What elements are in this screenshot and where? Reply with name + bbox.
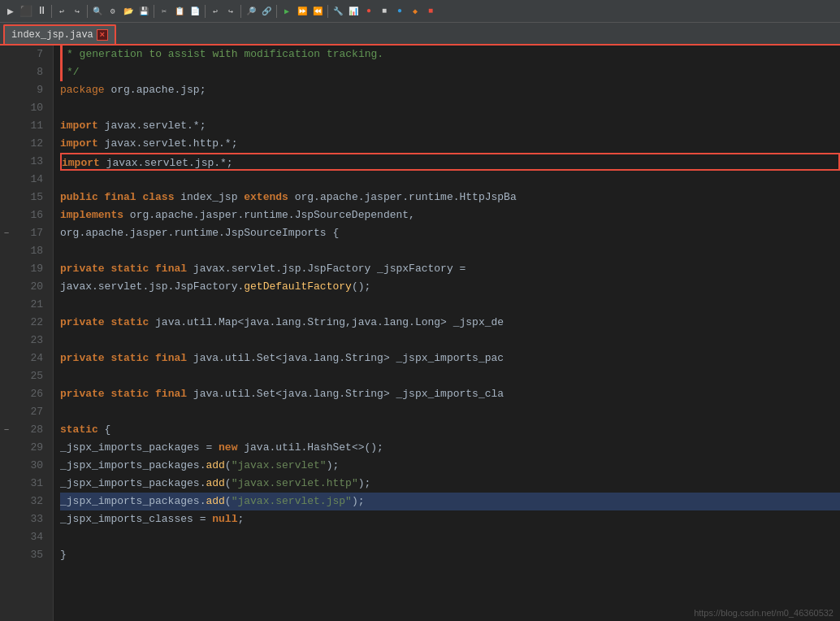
toolbar-icon-black-square[interactable]: ■ — [377, 4, 392, 19]
ln-27: 27 — [13, 403, 46, 421]
toolbar-icon-fast-forward[interactable]: ⏩ — [295, 4, 310, 19]
ln-16: 16 — [13, 206, 46, 224]
gutter-25 — [0, 367, 13, 385]
toolbar-icon-link[interactable]: 🔗 — [259, 4, 274, 19]
gutter-27 — [0, 403, 13, 421]
gutter-32 — [0, 493, 13, 510]
import-path-12: javax.servlet.http.*; — [105, 137, 238, 150]
toolbar-icon-search[interactable]: 🔍 — [90, 4, 105, 19]
toolbar-icon-copy[interactable]: 📋 — [172, 4, 187, 19]
toolbar-icon-2[interactable]: ⬛ — [19, 4, 33, 19]
toolbar-icon-gear[interactable]: ⚙ — [106, 4, 120, 19]
code-line-33: _jspx_imports_classes = null; — [60, 510, 840, 528]
toolbar-icon-red-square[interactable]: ■ — [423, 4, 438, 19]
toolbar-icon-debug[interactable]: 🔧 — [331, 4, 345, 19]
code-line-12: import javax.servlet.http.*; — [60, 135, 840, 153]
gutter-34 — [0, 528, 13, 546]
gutter-20 — [0, 278, 13, 296]
ln-28: 28 — [13, 421, 46, 439]
gutter-19 — [0, 260, 13, 278]
line-numbers: 7 8 9 10 11 12 13 14 15 16 17 18 19 20 2… — [13, 46, 54, 621]
toolbar: ▶ ⬛ ⏸ ↩ ↪ 🔍 ⚙ 📂 💾 ✂ 📋 📄 ↩ ↪ 🔎 🔗 ▶ ⏩ ⏪ 🔧 … — [0, 0, 840, 23]
separator-1 — [51, 5, 52, 18]
gutter-31 — [0, 475, 13, 493]
gutter-26 — [0, 385, 13, 403]
ln-23: 23 — [13, 332, 46, 350]
code-line-31: _jspx_imports_packages.add("javax.servle… — [60, 475, 840, 493]
code-line-25 — [60, 367, 840, 385]
gutter-24 — [0, 350, 13, 367]
comment-8: */ — [67, 66, 80, 78]
gutter-30 — [0, 457, 13, 475]
ln-24: 24 — [13, 350, 46, 367]
toolbar-icon-orange[interactable]: ◆ — [408, 4, 422, 19]
code-line-20: javax.servlet.jsp.JspFactory.getDefaultF… — [60, 278, 840, 296]
ln-32: 32 — [13, 493, 46, 510]
gutter: − − — [0, 46, 13, 621]
toolbar-icon-3[interactable]: ⏸ — [34, 4, 49, 19]
code-line-24: private static final java.util.Set<java.… — [60, 350, 840, 367]
toolbar-icon-5[interactable]: ↪ — [70, 4, 84, 19]
toolbar-icon-undo[interactable]: ↩ — [208, 4, 223, 19]
code-line-29: _jspx_imports_packages = new java.util.H… — [60, 439, 840, 457]
code-line-34 — [60, 528, 840, 546]
ln-19: 19 — [13, 260, 46, 278]
gutter-35 — [0, 546, 13, 564]
gutter-13 — [0, 153, 13, 171]
gutter-7 — [0, 46, 13, 63]
ln-15: 15 — [13, 189, 46, 206]
ln-17: 17 — [13, 224, 46, 242]
code-line-9: package org.apache.jsp; — [60, 81, 840, 99]
toolbar-icon-1[interactable]: ▶ — [3, 4, 18, 19]
separator-3 — [154, 5, 154, 18]
tab-close-button[interactable]: × — [97, 29, 108, 41]
toolbar-icon-blue-circle[interactable]: ● — [392, 4, 407, 19]
code-line-22: private static java.util.Map<java.lang.S… — [60, 314, 840, 332]
ln-22: 22 — [13, 314, 46, 332]
toolbar-icon-red-circle[interactable]: ● — [362, 4, 376, 19]
code-line-28: static { — [60, 421, 840, 439]
tab-filename: index_jsp.java — [11, 29, 93, 41]
code-line-13: import javax.servlet.jsp.*; — [60, 153, 840, 171]
toolbar-icon-save[interactable]: 💾 — [136, 4, 151, 19]
toolbar-icon-4[interactable]: ↩ — [54, 4, 69, 19]
code-line-27 — [60, 403, 840, 421]
gutter-21 — [0, 296, 13, 314]
ln-8: 8 — [13, 63, 46, 81]
toolbar-icon-chart[interactable]: 📊 — [346, 4, 361, 19]
gutter-11 — [0, 117, 13, 135]
toolbar-icon-cut[interactable]: ✂ — [157, 4, 171, 19]
toolbar-icon-folder[interactable]: 📂 — [121, 4, 136, 19]
gutter-18 — [0, 242, 13, 260]
gutter-fold-28[interactable]: − — [0, 421, 13, 439]
code-line-16: implements org.apache.jasper.runtime.Jsp… — [60, 206, 840, 224]
ln-12: 12 — [13, 135, 46, 153]
toolbar-icon-paste[interactable]: 📄 — [188, 4, 202, 19]
ln-25: 25 — [13, 367, 46, 385]
toolbar-icon-rewind[interactable]: ⏪ — [310, 4, 325, 19]
gutter-29 — [0, 439, 13, 457]
gutter-23 — [0, 332, 13, 350]
code-line-17: org.apache.jasper.runtime.JspSourceImpor… — [60, 224, 840, 242]
code-line-14 — [60, 171, 840, 189]
ln-21: 21 — [13, 296, 46, 314]
separator-4 — [205, 5, 206, 18]
toolbar-icon-zoom[interactable]: 🔎 — [244, 4, 258, 19]
separator-7 — [327, 5, 328, 18]
import-path-11: javax.servlet.*; — [105, 119, 206, 132]
tab-index-jsp[interactable]: index_jsp.java × — [3, 24, 116, 44]
ln-9: 9 — [13, 81, 46, 99]
separator-2 — [87, 5, 88, 18]
kw-import-11: import — [60, 119, 105, 132]
ln-7: 7 — [13, 46, 46, 63]
gutter-16 — [0, 206, 13, 224]
ln-13: 13 — [13, 153, 46, 171]
kw-import-12: import — [60, 137, 105, 150]
watermark: https://blog.csdn.net/m0_46360532 — [694, 608, 834, 618]
package-name: org.apache.jsp; — [110, 84, 206, 96]
toolbar-icon-run[interactable]: ▶ — [279, 4, 294, 19]
code-line-18 — [60, 242, 840, 260]
toolbar-icon-redo[interactable]: ↪ — [223, 4, 238, 19]
comment-7: * generation to assist with modification… — [67, 48, 383, 60]
gutter-fold-17[interactable]: − — [0, 224, 13, 242]
